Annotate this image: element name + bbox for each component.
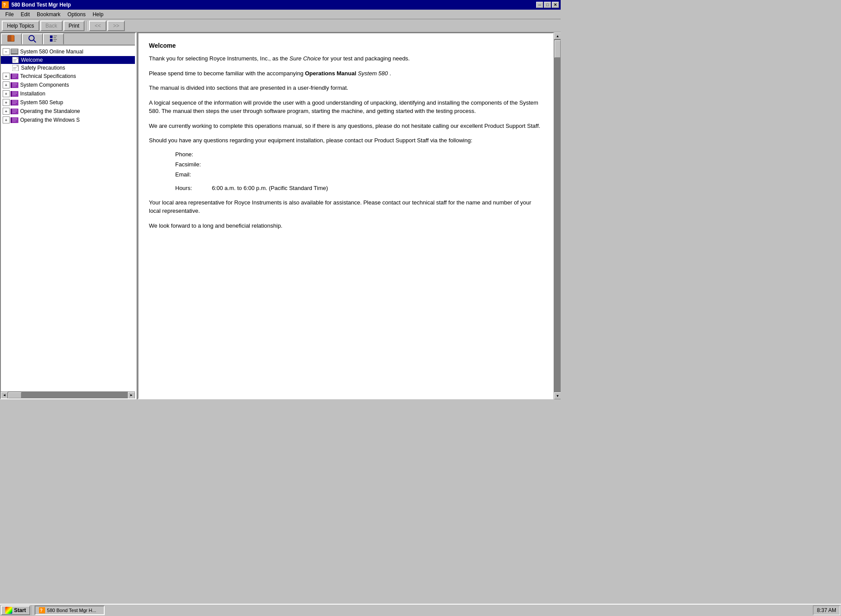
tree-item-operating-windows[interactable]: + Operating the Windows S xyxy=(1,116,135,124)
contact-fax-label: Facsimile: xyxy=(175,161,210,168)
contact-hours-row: Hours: 6:00 a.m. to 6:00 p.m. (Pacific S… xyxy=(175,185,542,191)
tree-item-tech-specs[interactable]: + Technical Specifications xyxy=(1,72,135,81)
content-para-7: Your local area representative for Royce… xyxy=(149,198,542,215)
tree-item-sys-components-label: System Components xyxy=(20,82,69,88)
scroll-down-button[interactable]: ▼ xyxy=(554,392,561,399)
operating-windows-expand-icon[interactable]: + xyxy=(3,116,10,123)
tree-item-welcome-label: Welcome xyxy=(21,57,43,63)
svg-text:?: ? xyxy=(3,3,6,7)
prev-button[interactable]: << xyxy=(89,21,106,31)
right-scrollbar[interactable]: ▲ ▼ xyxy=(554,32,561,399)
content-para-5: We are currently working to complete thi… xyxy=(149,122,542,130)
tab-contents[interactable] xyxy=(1,33,22,45)
right-panel-wrapper: Welcome Thank you for selecting Royce In… xyxy=(138,32,561,399)
content-para-4: A logical sequence of the information wi… xyxy=(149,99,542,116)
svg-point-6 xyxy=(29,35,34,41)
tree-item-installation-label: Installation xyxy=(20,91,45,97)
tree-item-sys-components[interactable]: + System Components xyxy=(1,81,135,89)
svg-rect-49 xyxy=(11,109,12,114)
menu-help[interactable]: Help xyxy=(89,11,107,18)
para2-italic: System 580 xyxy=(358,70,388,77)
minimize-button[interactable]: ─ xyxy=(536,2,543,8)
tree-item-installation[interactable]: + Installation xyxy=(1,89,135,98)
tech-specs-book-icon xyxy=(11,73,18,79)
maximize-button[interactable]: □ xyxy=(544,2,551,8)
tree-root[interactable]: − System 580 Online Manual xyxy=(1,47,135,56)
tree-view[interactable]: − System 580 Online Manual xyxy=(1,46,135,391)
toolbar: Help Topics Back Print << >> xyxy=(0,19,561,32)
help-topics-button[interactable]: Help Topics xyxy=(2,21,39,31)
operating-standalone-book-icon xyxy=(11,108,18,114)
scroll-left-button[interactable]: ◄ xyxy=(1,392,8,399)
operating-standalone-expand-icon[interactable]: + xyxy=(3,108,10,115)
vscroll-thumb[interactable] xyxy=(555,40,561,58)
content-para-3: The manual is divided into sections that… xyxy=(149,84,542,92)
sys-580-setup-expand-icon[interactable]: + xyxy=(3,99,10,106)
close-button[interactable]: ✕ xyxy=(552,2,559,8)
svg-rect-52 xyxy=(12,112,16,113)
contact-email-row: Email: xyxy=(175,171,542,178)
contact-phone-label: Phone: xyxy=(175,151,210,158)
menu-bar: File Edit Bookmark Options Help xyxy=(0,10,561,19)
svg-rect-10 xyxy=(53,35,57,36)
svg-rect-55 xyxy=(12,118,17,119)
svg-rect-12 xyxy=(53,39,57,40)
installation-expand-icon[interactable]: + xyxy=(3,90,10,97)
svg-rect-41 xyxy=(12,93,17,94)
tech-specs-expand-icon[interactable]: + xyxy=(3,73,10,80)
contact-hours-label: Hours: xyxy=(175,185,210,191)
svg-rect-21 xyxy=(13,60,17,60)
tree-item-operating-standalone-label: Operating the Standalone xyxy=(20,108,80,114)
svg-rect-44 xyxy=(11,100,12,106)
root-expand-icon[interactable]: − xyxy=(3,48,10,55)
svg-rect-39 xyxy=(11,91,12,97)
svg-rect-51 xyxy=(12,111,17,111)
scroll-up-button[interactable]: ▲ xyxy=(554,32,561,39)
toolbar-separator xyxy=(86,21,87,31)
scroll-right-button[interactable]: ► xyxy=(128,392,135,399)
tree-item-safety[interactable]: Safety Precautions xyxy=(1,64,135,72)
svg-rect-47 xyxy=(12,103,16,104)
svg-rect-27 xyxy=(13,69,16,69)
menu-edit[interactable]: Edit xyxy=(17,11,33,18)
content-para-1: Thank you for selecting Royce Instrument… xyxy=(149,54,542,63)
svg-rect-42 xyxy=(12,95,16,95)
back-button[interactable]: Back xyxy=(40,21,63,31)
sys-components-expand-icon[interactable]: + xyxy=(3,81,10,88)
menu-bookmark[interactable]: Bookmark xyxy=(33,11,64,18)
tree-horizontal-scrollbar[interactable]: ◄ ► xyxy=(1,391,135,398)
menu-file[interactable]: File xyxy=(2,11,17,18)
content-area[interactable]: Welcome Thank you for selecting Royce In… xyxy=(138,33,553,398)
right-panel: Welcome Thank you for selecting Royce In… xyxy=(138,32,554,399)
svg-rect-30 xyxy=(12,74,17,75)
contact-fax-row: Facsimile: xyxy=(175,161,542,168)
scroll-thumb[interactable] xyxy=(8,392,21,398)
svg-rect-54 xyxy=(11,117,12,123)
next-button[interactable]: >> xyxy=(107,21,125,31)
tree-item-welcome[interactable]: Welcome xyxy=(1,56,135,64)
tree-item-operating-standalone[interactable]: + Operating the Standalone xyxy=(1,107,135,116)
para2-bold: Operations Manual xyxy=(305,70,356,77)
svg-rect-17 xyxy=(11,52,18,53)
vscroll-track[interactable] xyxy=(554,39,561,392)
index-tab-icon xyxy=(49,35,58,44)
svg-rect-9 xyxy=(50,39,53,42)
content-para-8: We look forward to a long and beneficial… xyxy=(149,222,542,230)
tab-index[interactable] xyxy=(43,33,64,45)
svg-rect-36 xyxy=(12,84,17,85)
tab-search[interactable] xyxy=(22,33,43,45)
para2-end: . xyxy=(389,70,391,77)
tree-item-sys-580-setup[interactable]: + System 580 Setup xyxy=(1,98,135,107)
book-tab-icon xyxy=(7,35,16,44)
contact-phone-row: Phone: xyxy=(175,151,542,158)
print-button[interactable]: Print xyxy=(64,21,85,31)
svg-rect-29 xyxy=(11,74,12,79)
svg-rect-16 xyxy=(11,51,18,51)
svg-rect-26 xyxy=(13,67,17,68)
menu-options[interactable]: Options xyxy=(64,11,89,18)
svg-rect-11 xyxy=(53,37,56,38)
scroll-track[interactable] xyxy=(8,392,128,399)
svg-rect-40 xyxy=(12,92,17,92)
search-tab-icon xyxy=(28,35,37,44)
svg-rect-31 xyxy=(12,76,17,76)
